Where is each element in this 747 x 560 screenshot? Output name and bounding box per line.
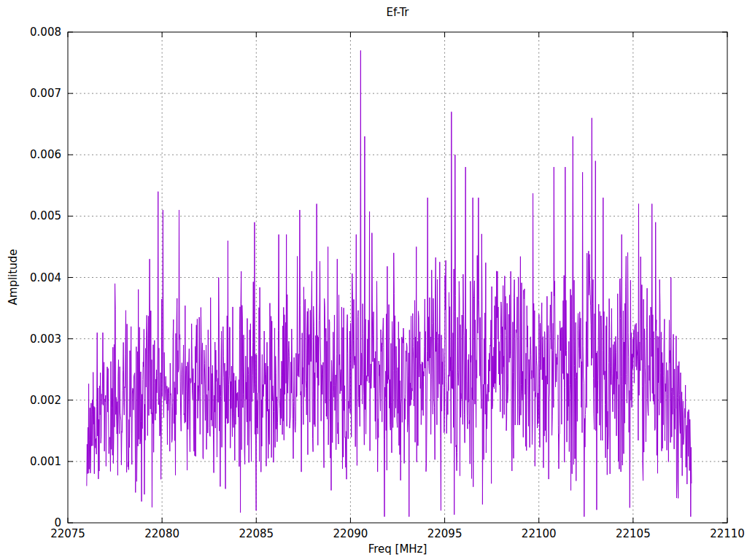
- x-tick-label: 22090: [321, 527, 379, 540]
- y-tick-label: 0.006: [0, 148, 61, 161]
- y-tick-label: 0.003: [0, 332, 61, 346]
- series-line-ef-tr: [87, 50, 692, 516]
- y-tick-label: 0.002: [0, 394, 61, 407]
- x-tick-label: 22110: [698, 527, 747, 540]
- x-tick-label: 22095: [416, 527, 474, 540]
- grid-lines: [68, 32, 727, 523]
- x-tick-label: 22105: [604, 527, 662, 540]
- y-tick-label: 0.001: [0, 455, 61, 468]
- x-tick-label: 22085: [227, 527, 285, 540]
- chart-container: Ef-Tr Freq [MHz] Amplitude 2207522080220…: [0, 0, 747, 560]
- x-axis-label: Freq [MHz]: [68, 542, 727, 556]
- y-tick-label: 0.004: [0, 271, 61, 284]
- x-tick-label: 22100: [510, 527, 568, 540]
- y-tick-label: 0.007: [0, 87, 61, 100]
- y-tick-label: 0.005: [0, 209, 61, 222]
- plot-svg: [0, 0, 747, 560]
- x-tick-label: 22080: [133, 527, 191, 540]
- y-tick-label: 0: [0, 516, 61, 529]
- y-tick-label: 0.008: [0, 26, 61, 39]
- chart-title: Ef-Tr: [68, 6, 727, 19]
